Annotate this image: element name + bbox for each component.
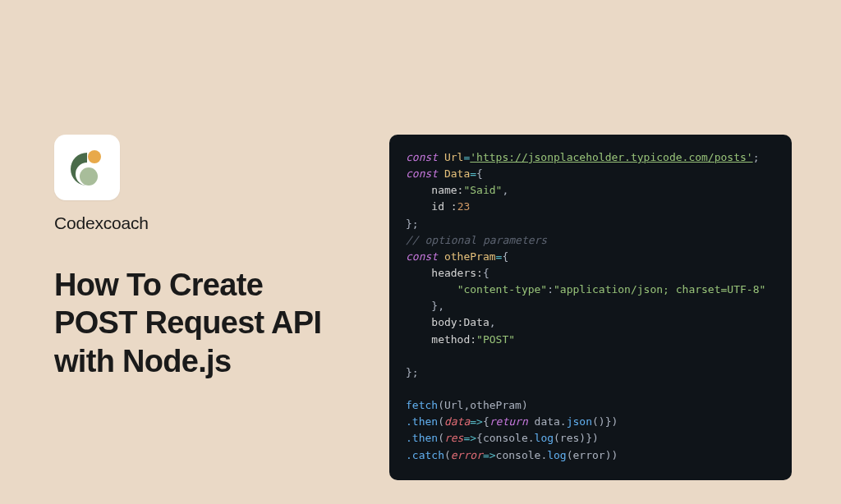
- code-line-15: [406, 381, 775, 397]
- code-line-8: headers:{: [406, 265, 775, 282]
- code-line-14: };: [406, 364, 775, 381]
- page-headline: How To Create POST Request API with Node…: [54, 266, 350, 380]
- code-line-12: method:"POST": [406, 332, 775, 348]
- code-line-2: const Data={: [406, 166, 775, 182]
- code-line-19: .catch(error=>console.log(error)): [406, 447, 775, 464]
- code-line-7: const othePram={: [406, 249, 775, 265]
- code-line-13: [406, 348, 775, 364]
- code-line-10: },: [406, 298, 775, 314]
- headline-line-3: with Node.js: [54, 342, 350, 380]
- svg-point-1: [80, 167, 98, 186]
- code-line-6: // optional parameters: [406, 232, 775, 249]
- code-line-4: id :23: [406, 199, 775, 215]
- codexcoach-logo-icon: [66, 146, 108, 189]
- code-line-9: "content-type":"application/json; charse…: [406, 282, 775, 298]
- code-line-3: name:"Said",: [406, 182, 775, 199]
- headline-line-1: How To Create: [54, 266, 350, 304]
- code-line-17: .then(data=>{return data.json()}): [406, 414, 775, 430]
- headline-line-2: POST Request API: [54, 304, 350, 341]
- svg-point-0: [88, 150, 101, 163]
- brand-logo: [54, 135, 120, 200]
- brand-name: Codexcoach: [54, 213, 350, 233]
- code-panel: const Url='https://jsonplaceholder.typic…: [389, 135, 792, 480]
- code-line-18: .then(res=>{console.log(res)}): [406, 430, 775, 447]
- code-line-1: const Url='https://jsonplaceholder.typic…: [406, 149, 775, 166]
- code-line-16: fetch(Url,othePram): [406, 397, 775, 414]
- code-line-5: };: [406, 216, 775, 232]
- code-line-11: body:Data,: [406, 314, 775, 331]
